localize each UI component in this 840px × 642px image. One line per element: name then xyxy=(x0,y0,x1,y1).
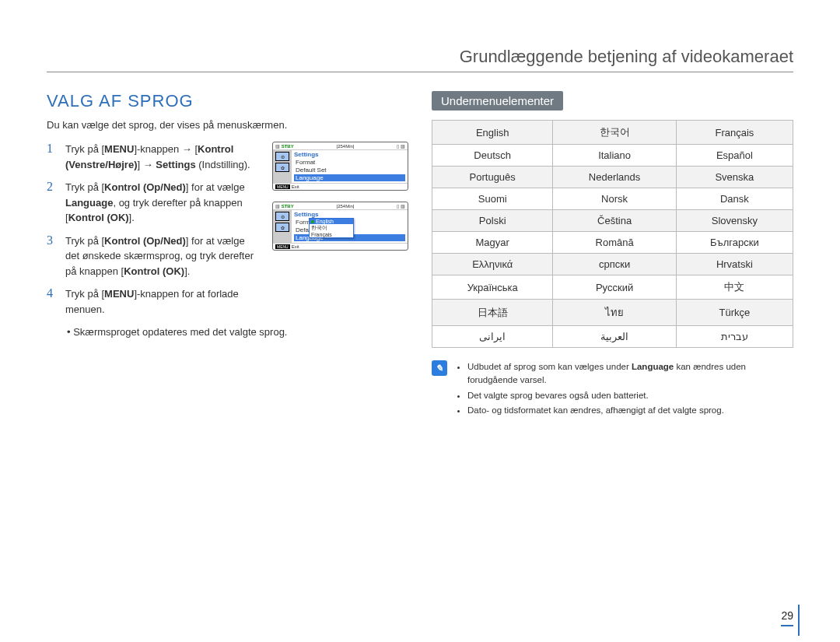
step-text: Tryk på [MENU]-knappen → [Kontrol (Venst… xyxy=(65,142,260,172)
step-1: 1 Tryk på [MENU]-knappen → [Kontrol (Ven… xyxy=(47,142,260,172)
screenshot-1: ▥ STBY [254Min] ▯ ▥ ⚙ ✿ Settings Form xyxy=(272,142,408,191)
screenshot-2: ▥ STBY [254Min] ▯ ▥ ⚙ ✿ Settings Form xyxy=(272,202,408,251)
steps-list: 1 Tryk på [MENU]-knappen → [Kontrol (Ven… xyxy=(47,142,260,317)
language-cell: српски xyxy=(553,254,676,275)
language-cell: Français xyxy=(676,121,793,145)
screenshot-tab-bar: ⚙ ✿ xyxy=(273,150,292,183)
language-cell: Slovensky xyxy=(676,210,793,232)
table-row: SuomiNorskDansk xyxy=(432,188,793,210)
note-item: Det valgte sprog bevares også uden batte… xyxy=(467,389,793,402)
note-block: ✎ Udbudet af sprog som kan vælges under … xyxy=(432,360,793,419)
page-breadcrumb: Grundlæggende betjening af videokameraet xyxy=(47,47,793,72)
language-cell: עברית xyxy=(676,326,793,348)
step-2: 2 Tryk på [Kontrol (Op/Ned)] for at vælg… xyxy=(47,180,260,226)
table-row: PolskiČeštinaSlovensky xyxy=(432,210,793,232)
language-cell: ایرانی xyxy=(432,326,553,348)
step-4: 4 Tryk på [MENU]-knappen for at forlade … xyxy=(47,286,260,317)
popout-item-selected: English xyxy=(310,219,353,224)
note-icon: ✎ xyxy=(432,360,447,376)
step-text: Tryk på [MENU]-knappen for at forlade me… xyxy=(65,286,260,317)
step-number: 1 xyxy=(47,142,58,156)
section-title: VALG AF SPROG xyxy=(47,91,408,111)
left-column: VALG AF SPROG Du kan vælge det sprog, de… xyxy=(47,91,408,419)
language-cell: English xyxy=(432,121,553,145)
table-row: DeutschItalianoEspañol xyxy=(432,145,793,167)
language-cell: 中文 xyxy=(676,275,793,300)
language-cell: Magyar xyxy=(432,232,553,254)
language-cell: Русский xyxy=(553,275,676,300)
page-number: 29 xyxy=(781,609,793,626)
menu-item: Default Set xyxy=(294,167,405,174)
language-cell: Português xyxy=(432,167,553,188)
language-cell: Norsk xyxy=(553,188,676,210)
tab-icon: ⚙ xyxy=(275,212,289,221)
table-row: PortuguêsNederlandsSvenska xyxy=(432,167,793,188)
note-item: Udbudet af sprog som kan vælges under La… xyxy=(467,360,793,388)
language-table: English한국어FrançaisDeutschItalianoEspañol… xyxy=(432,120,793,348)
time-remaining: [254Min] xyxy=(337,204,355,209)
time-remaining: [254Min] xyxy=(337,144,355,149)
language-cell: 日本語 xyxy=(432,300,553,326)
sd-card-icon: ▥ STBY xyxy=(275,203,294,209)
exit-label: Exit xyxy=(292,244,299,249)
result-bullet: Skærmsproget opdateres med det valgte sp… xyxy=(47,325,408,340)
manual-page: Grundlæggende betjening af videokameraet… xyxy=(0,0,840,642)
tab-icon: ✿ xyxy=(275,223,289,232)
screenshot-tab-bar: ⚙ ✿ xyxy=(273,210,292,243)
menu-heading: Settings xyxy=(294,211,405,218)
menu-heading: Settings xyxy=(294,151,405,158)
menu-item-selected: Language xyxy=(294,174,405,181)
popout-item: 한국어 xyxy=(310,224,353,232)
language-cell: Nederlands xyxy=(553,167,676,188)
language-cell: Hrvatski xyxy=(676,254,793,275)
note-item: Dato- og tidsformatet kan ændres, afhæng… xyxy=(467,404,793,417)
table-row: ایرانیالعربیةעברית xyxy=(432,326,793,348)
battery-icon: ▯ ▥ xyxy=(397,143,405,149)
language-cell: Čeština xyxy=(553,210,676,232)
language-cell: Български xyxy=(676,232,793,254)
screenshot-stack: ▥ STBY [254Min] ▯ ▥ ⚙ ✿ Settings Form xyxy=(272,142,408,325)
step-text: Tryk på [Kontrol (Op/Ned)] for at vælge … xyxy=(65,233,260,279)
language-cell: Español xyxy=(676,145,793,167)
step-number: 4 xyxy=(47,286,58,300)
screenshot-exit-bar: MENU Exit xyxy=(273,243,408,250)
step-number: 3 xyxy=(47,233,58,247)
menu-item: Format xyxy=(294,159,405,166)
battery-icon: ▯ ▥ xyxy=(397,203,405,209)
screenshot-menu: Settings Format Default Set Language xyxy=(292,150,408,183)
language-cell: Dansk xyxy=(676,188,793,210)
language-cell: Suomi xyxy=(432,188,553,210)
intro-text: Du kan vælge det sprog, der vises på men… xyxy=(47,119,408,131)
tab-icon: ✿ xyxy=(275,163,289,172)
language-cell: ไทย xyxy=(553,300,676,326)
exit-label: Exit xyxy=(292,184,299,189)
language-cell: Ελληνικά xyxy=(432,254,553,275)
table-row: ΕλληνικάсрпскиHrvatski xyxy=(432,254,793,275)
popout-item: Français xyxy=(310,232,353,237)
two-column-layout: VALG AF SPROG Du kan vælge det sprog, de… xyxy=(47,91,793,419)
table-row: English한국어Français xyxy=(432,121,793,145)
language-cell: Svenska xyxy=(676,167,793,188)
menu-button-icon: MENU xyxy=(275,184,290,189)
language-cell: Türkçe xyxy=(676,300,793,326)
language-cell: Deutsch xyxy=(432,145,553,167)
table-row: 日本語ไทยTürkçe xyxy=(432,300,793,326)
step-text: Tryk på [Kontrol (Op/Ned)] for at vælge … xyxy=(65,180,260,226)
table-row: УкраїнськаРусский中文 xyxy=(432,275,793,300)
language-cell: Italiano xyxy=(553,145,676,167)
submenu-heading: Undermenuelementer xyxy=(432,91,563,111)
note-list: Udbudet af sprog som kan vælges under La… xyxy=(455,360,793,419)
language-cell: Українська xyxy=(432,275,553,300)
right-column: Undermenuelementer English한국어FrançaisDeu… xyxy=(432,91,793,419)
language-cell: العربیة xyxy=(553,326,676,348)
screenshot-exit-bar: MENU Exit xyxy=(273,183,408,190)
table-row: MagyarRomânăБългарски xyxy=(432,232,793,254)
tab-icon: ⚙ xyxy=(275,152,289,161)
language-cell: 한국어 xyxy=(553,121,676,145)
sd-card-icon: ▥ STBY xyxy=(275,143,294,149)
menu-button-icon: MENU xyxy=(275,244,290,249)
step-number: 2 xyxy=(47,180,58,194)
step-3: 3 Tryk på [Kontrol (Op/Ned)] for at vælg… xyxy=(47,233,260,279)
language-popout: English 한국어 Français xyxy=(309,218,354,238)
language-cell: Polski xyxy=(432,210,553,232)
